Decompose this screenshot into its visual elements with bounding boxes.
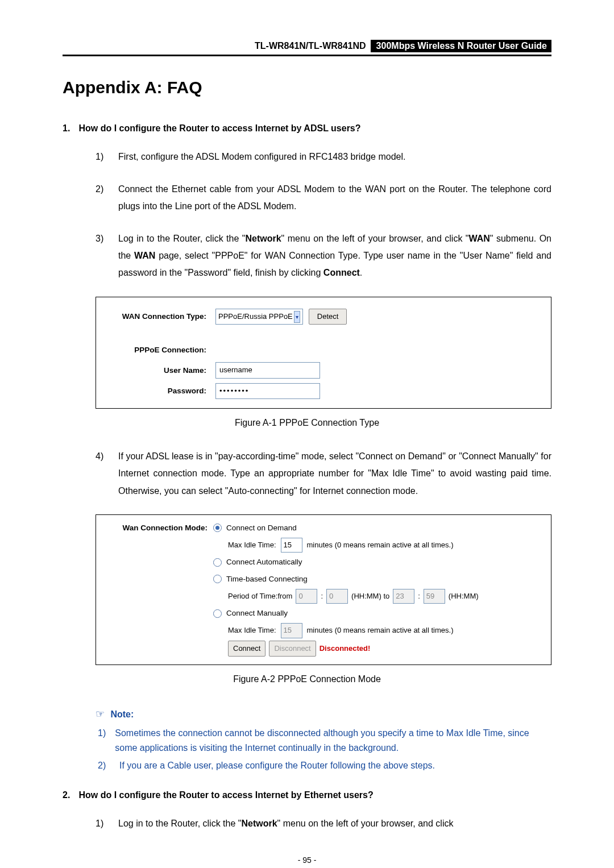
opt-time-based[interactable]: Time-based Connecting	[213, 571, 542, 588]
q1-s3-b4: Connect	[323, 268, 360, 277]
period-from-label: Period of Time:from	[228, 589, 292, 604]
faq-q1-number: 1.	[63, 120, 76, 137]
q1-step3-body: Log in to the Router, click the "Network…	[118, 230, 551, 282]
pppoe-conn-label: PPPoE Connection:	[110, 343, 215, 358]
password-label: Password:	[110, 384, 215, 398]
time-to-h[interactable]: 23	[393, 589, 414, 604]
radio-checked-icon	[213, 524, 222, 532]
figure-a1-caption: Figure A-1 PPPoE Connection Type	[63, 414, 551, 431]
note-block: ☞ Note: 1) Sometimes the connection cann…	[96, 704, 551, 773]
idle-suffix: minutes (0 means remain active at all ti…	[307, 538, 454, 553]
header-model: TL-WR841N/TL-WR841ND	[250, 40, 371, 52]
note-item-2: 2) If you are a Cable user, please confi…	[96, 758, 551, 773]
connect-button[interactable]: Connect	[228, 641, 265, 657]
q2-step1: 1) Log in to the Router, click the "Netw…	[96, 815, 551, 832]
detect-button[interactable]: Detect	[309, 309, 347, 325]
faq-q1: 1. How do I configure the Router to acce…	[63, 120, 551, 137]
q1-step2-body: Connect the Ethernet cable from your ADS…	[118, 181, 551, 215]
demand-idle-row: Max Idle Time: 15 minutes (0 means remai…	[213, 537, 542, 554]
faq-q2-number: 2.	[63, 787, 76, 804]
opt-connect-manual[interactable]: Connect Manually	[213, 605, 542, 622]
q1-s3-text: " menu on the left of your browser, and …	[281, 234, 469, 243]
q1-step1: 1) First, configure the ADSL Modem confi…	[96, 148, 551, 165]
q1-step2-idx: 2)	[96, 181, 110, 215]
pointing-hand-icon: ☞	[96, 708, 105, 720]
radio-icon	[213, 575, 222, 583]
q1-step3-idx: 3)	[96, 230, 110, 282]
demand-idle-input[interactable]: 15	[281, 538, 302, 553]
manual-idle-input[interactable]: 15	[281, 623, 302, 638]
q2-s1-b1: Network	[241, 819, 277, 828]
opt-demand-label: Connect on Demand	[226, 521, 297, 535]
q1-step3: 3) Log in to the Router, click the "Netw…	[96, 230, 551, 282]
hhmm-to-label: (HH:MM) to	[351, 589, 389, 604]
time-to-m[interactable]: 59	[424, 589, 445, 604]
figure-a1: WAN Connection Type: PPPoE/Russia PPPoE …	[96, 297, 551, 409]
colon: :	[321, 589, 323, 604]
q1-step4: 4) If your ADSL lease is in "pay-accordi…	[96, 448, 551, 500]
q1-step2: 2) Connect the Ethernet cable from your …	[96, 181, 551, 215]
radio-icon	[213, 558, 222, 567]
page-number: - 95 -	[63, 855, 551, 865]
time-from-h[interactable]: 0	[296, 589, 317, 604]
appendix-title: Appendix A: FAQ	[63, 78, 551, 97]
hhmm-label: (HH:MM)	[449, 589, 479, 604]
opt-auto-label: Connect Automatically	[226, 555, 302, 570]
disconnect-button[interactable]: Disconnect	[269, 641, 316, 657]
note-head: Note:	[110, 709, 134, 719]
opt-connect-auto[interactable]: Connect Automatically	[213, 554, 542, 571]
connect-button-row: Connect Disconnect Disconnected!	[213, 639, 542, 658]
page-header: TL-WR841N/TL-WR841ND 300Mbps Wireless N …	[63, 40, 551, 56]
q2-s1-text: " menu on the left of your browser, and …	[277, 819, 454, 828]
password-field[interactable]: ••••••••	[215, 383, 320, 400]
q2-step1-body: Log in to the Router, click the "Network…	[118, 815, 551, 832]
note1-text: Sometimes the connection cannot be disco…	[115, 726, 551, 756]
idle-suffix: minutes (0 means remain active at all ti…	[307, 624, 454, 638]
faq-q2-text: How do I configure the Router to access …	[78, 790, 373, 800]
wan-conn-type-select[interactable]: PPPoE/Russia PPPoE ▾	[215, 309, 303, 325]
document-page: TL-WR841N/TL-WR841ND 300Mbps Wireless N …	[0, 0, 614, 868]
q1-step1-idx: 1)	[96, 148, 110, 165]
note-item-1: 1) Sometimes the connection cannot be di…	[96, 726, 551, 756]
figure-a2: Wan Connection Mode: Connect on Demand M…	[96, 514, 551, 665]
note2-text: If you are a Cable user, please configur…	[119, 758, 435, 773]
faq-q2: 2. How do I configure the Router to acce…	[63, 787, 551, 804]
radio-icon	[213, 609, 222, 618]
faq-q1-text: How do I configure the Router to access …	[78, 123, 360, 133]
note1-idx: 1)	[98, 726, 106, 756]
opt-manual-label: Connect Manually	[226, 606, 288, 621]
q1-s3-text: .	[360, 268, 362, 277]
username-field[interactable]: username	[215, 362, 320, 379]
figure-a2-caption: Figure A-2 PPPoE Connection Mode	[63, 671, 551, 688]
q1-s3-b2: WAN	[469, 234, 490, 243]
username-label: User Name:	[110, 363, 215, 378]
opt-connect-on-demand[interactable]: Connect on Demand	[213, 520, 542, 537]
q1-s3-b3: WAN	[134, 251, 155, 260]
q1-step4-body: If your ADSL lease is in "pay-according-…	[118, 448, 551, 500]
time-period-row: Period of Time:from 0 : 0 (HH:MM) to 23 …	[213, 588, 542, 605]
header-guide: 300Mbps Wireless N Router User Guide	[371, 40, 551, 52]
note2-idx: 2)	[98, 758, 110, 773]
max-idle-label: Max Idle Time:	[228, 624, 276, 638]
q1-s3-text: Log in to the Router, click the "	[118, 234, 245, 243]
wan-conn-type-value: PPPoE/Russia PPPoE	[218, 310, 293, 324]
wan-mode-label: Wan Connection Mode:	[105, 520, 213, 658]
colon: :	[418, 589, 420, 604]
chevron-down-icon: ▾	[294, 311, 300, 323]
max-idle-label: Max Idle Time:	[228, 538, 276, 553]
opt-time-label: Time-based Connecting	[226, 572, 308, 587]
q1-step1-body: First, configure the ADSL Modem configur…	[118, 148, 551, 165]
q1-s3-b1: Network	[245, 234, 281, 243]
connection-status: Disconnected!	[320, 642, 371, 656]
q1-step4-idx: 4)	[96, 448, 110, 500]
manual-idle-row: Max Idle Time: 15 minutes (0 means remai…	[213, 622, 542, 639]
q2-step1-idx: 1)	[96, 815, 110, 832]
time-from-m[interactable]: 0	[326, 589, 348, 604]
q2-s1-text: Log in to the Router, click the "	[118, 819, 241, 828]
wan-conn-type-label: WAN Connection Type:	[110, 309, 215, 324]
